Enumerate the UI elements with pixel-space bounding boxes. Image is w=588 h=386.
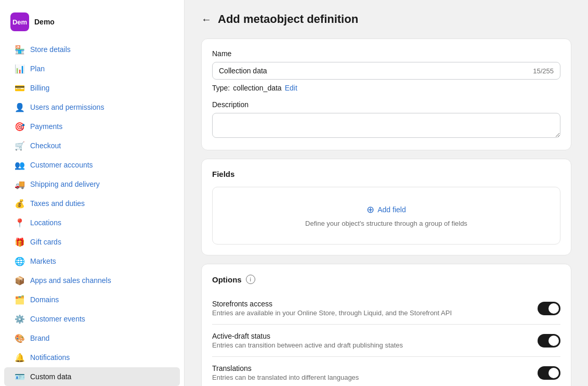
option-text-storefronts-access: Storefronts access Entries are available… [212,300,452,317]
sidebar-item-payments[interactable]: 🎯Payments [4,117,180,136]
add-field-hint: Define your object's structure through a… [223,220,550,227]
sidebar-label-store-details: Store details [30,45,71,54]
nav-icon-store-details: 🏪 [15,44,25,55]
nav-icon-plan: 📊 [15,63,25,74]
sidebar-label-shipping-and-delivery: Shipping and delivery [30,180,100,188]
option-text-active-draft-status: Active-draft status Entries can transiti… [212,332,403,349]
nav-icon-users-and-permissions: 👤 [15,102,25,112]
option-desc-storefronts-access: Entries are available in your Online Sto… [212,309,452,317]
nav-icon-checkout: 🛒 [15,140,25,151]
sidebar-label-apps-and-sales-channels: Apps and sales channels [30,276,111,285]
sidebar-label-gift-cards: Gift cards [30,238,61,246]
char-count: 15/255 [533,67,554,75]
name-card: Name Collection data 15/255 Type: collec… [201,38,571,150]
sidebar: Dem Demo 🏪Store details📊Plan💳Billing👤Use… [0,0,185,386]
store-avatar: Dem [10,12,29,31]
sidebar-item-notifications[interactable]: 🔔Notifications [4,348,180,367]
page-header: ← Add metaobject definition [201,12,571,26]
sidebar-label-customer-events: Customer events [30,315,85,323]
sidebar-item-store-details[interactable]: 🏪Store details [4,40,180,59]
nav-icon-customer-accounts: 👥 [15,160,25,170]
fields-title: Fields [212,170,560,178]
sidebar-label-billing: Billing [30,84,49,92]
nav-icon-notifications: 🔔 [15,352,25,363]
sidebar-item-shipping-and-delivery[interactable]: 🚚Shipping and delivery [4,175,180,194]
nav-icon-markets: 🌐 [15,256,25,266]
description-input[interactable] [212,113,560,138]
options-header: Options i [212,275,560,284]
sidebar-label-custom-data: Custom data [30,372,71,381]
option-name-active-draft-status: Active-draft status [212,332,403,340]
option-row-translations: Translations Entries can be translated i… [212,357,560,386]
add-field-label: Add field [377,205,406,214]
edit-link[interactable]: Edit [285,84,297,92]
option-name-translations: Translations [212,364,359,372]
nav-icon-gift-cards: 🎁 [15,237,25,247]
sidebar-label-users-and-permissions: Users and permissions [30,103,104,111]
option-desc-active-draft-status: Entries can transition between active an… [212,341,403,349]
sidebar-label-taxes-and-duties: Taxes and duties [30,199,85,208]
sidebar-item-apps-and-sales-channels[interactable]: 📦Apps and sales channels [4,271,180,290]
sidebar-item-locations[interactable]: 📍Locations [4,213,180,232]
page-title: Add metaobject definition [218,12,358,26]
description-label: Description [212,100,560,109]
sidebar-item-gift-cards[interactable]: 🎁Gift cards [4,233,180,251]
sidebar-item-custom-data[interactable]: 🪪Custom data [4,367,180,386]
sidebar-item-users-and-permissions[interactable]: 👤Users and permissions [4,98,180,117]
nav-icon-payments: 🎯 [15,121,25,132]
sidebar-item-checkout[interactable]: 🛒Checkout [4,136,180,155]
sidebar-label-brand: Brand [30,334,49,342]
options-title: Options [212,275,242,284]
sidebar-header: Dem Demo [0,8,184,40]
option-text-translations: Translations Entries can be translated i… [212,364,359,381]
type-value: collection_data [233,84,281,92]
nav-icon-locations: 📍 [15,217,25,228]
toggle-storefronts-access[interactable] [538,302,560,315]
name-input-row[interactable]: Collection data 15/255 [212,62,560,80]
nav-icon-apps-and-sales-channels: 📦 [15,275,25,286]
nav-icon-billing: 💳 [15,83,25,93]
sidebar-label-payments: Payments [30,122,62,131]
name-value: Collection data [219,67,267,75]
nav-icon-custom-data: 🪪 [15,371,25,382]
info-icon[interactable]: i [246,275,255,284]
options-list: Storefronts access Entries are available… [212,292,560,386]
sidebar-item-plan[interactable]: 📊Plan [4,59,180,78]
store-name: Demo [34,18,55,26]
nav-icon-brand: 🎨 [15,333,25,343]
sidebar-item-domains[interactable]: 🗂️Domains [4,290,180,309]
options-card: Options i Storefronts access Entries are… [201,264,571,386]
option-row-active-draft-status: Active-draft status Entries can transiti… [212,325,560,357]
sidebar-label-checkout: Checkout [30,141,61,150]
sidebar-label-customer-accounts: Customer accounts [30,161,93,169]
sidebar-label-plan: Plan [30,65,45,73]
back-button[interactable]: ← [201,14,212,25]
option-name-storefronts-access: Storefronts access [212,300,452,308]
option-desc-translations: Entries can be translated into different… [212,374,359,381]
sidebar-label-domains: Domains [30,295,59,304]
nav-icon-shipping-and-delivery: 🚚 [15,179,25,189]
sidebar-item-brand[interactable]: 🎨Brand [4,329,180,348]
toggle-translations[interactable] [538,366,560,380]
nav-icon-taxes-and-duties: 💰 [15,198,25,209]
sidebar-item-customer-accounts[interactable]: 👥Customer accounts [4,156,180,174]
type-row: Type: collection_data Edit [212,84,560,92]
type-label: Type: [212,84,230,92]
fields-card: Fields ⊕ Add field Define your object's … [201,159,571,255]
sidebar-item-customer-events[interactable]: ⚙️Customer events [4,310,180,328]
main-content: ← Add metaobject definition Name Collect… [185,0,588,386]
nav-icon-domains: 🗂️ [15,294,25,305]
nav-icon-customer-events: ⚙️ [15,314,25,324]
sidebar-item-taxes-and-duties[interactable]: 💰Taxes and duties [4,194,180,213]
sidebar-item-markets[interactable]: 🌐Markets [4,252,180,271]
add-field-button[interactable]: ⊕ Add field [367,204,406,215]
sidebar-label-markets: Markets [30,257,56,265]
sidebar-label-notifications: Notifications [30,353,70,362]
sidebar-nav: 🏪Store details📊Plan💳Billing👤Users and pe… [0,40,184,386]
toggle-active-draft-status[interactable] [538,334,560,348]
option-row-storefronts-access: Storefronts access Entries are available… [212,292,560,325]
name-label: Name [212,49,560,58]
sidebar-label-locations: Locations [30,218,61,227]
add-field-area: ⊕ Add field Define your object's structu… [212,187,560,245]
sidebar-item-billing[interactable]: 💳Billing [4,79,180,97]
